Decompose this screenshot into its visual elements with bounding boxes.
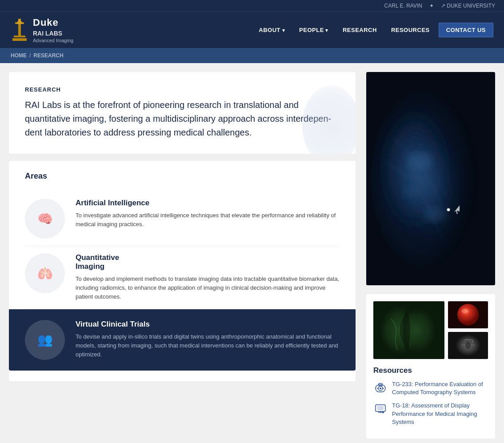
circle-decoration (302, 85, 356, 154)
svg-rect-33 (377, 406, 384, 410)
ai-icon-circle: 🧠 (25, 199, 65, 239)
advanced-imaging-name: Advanced Imaging (33, 37, 73, 44)
carl-ravin-link[interactable]: CARL E. RAVIN (384, 3, 422, 9)
breadcrumb-home[interactable]: HOME (11, 52, 27, 59)
lung-ct-image (373, 301, 444, 359)
resource-item-1[interactable]: TG-233: Performance Evaluation of Comput… (373, 380, 488, 396)
breadcrumb-current: RESEARCH (33, 52, 63, 59)
resource-item-2[interactable]: TG-18: Assessment of Display Performance… (373, 402, 488, 426)
rai-labs-name: RAI LABS (33, 29, 73, 37)
svg-point-19 (457, 304, 479, 325)
svg-point-20 (461, 309, 468, 313)
right-column: Resources TG-233: Performance Evaluation… (366, 72, 495, 439)
duke-logo-icon (11, 18, 28, 42)
breadcrumb-separator: / (29, 52, 31, 59)
svg-point-26 (380, 387, 381, 389)
research-description: RAI Labs is at the forefront of pioneeri… (25, 98, 340, 140)
research-section-label: RESEARCH (25, 86, 340, 93)
main-nav: ABOUT PEOPLE RESEARCH RESOURCES CONTACT … (253, 23, 493, 37)
vct-content: Virtual Clinical Trials To devise and ap… (76, 320, 340, 359)
nav-resources[interactable]: RESOURCES (386, 23, 435, 37)
breadcrumb-bar: HOME / RESEARCH (0, 48, 504, 63)
research-intro-card: RESEARCH RAI Labs is at the forefront of… (9, 72, 356, 154)
svg-point-11 (402, 185, 420, 199)
duke-university-link[interactable]: ↗ DUKE UNIVERSITY (441, 3, 495, 9)
duke-name: Duke (33, 16, 73, 29)
small-images-right (448, 301, 488, 359)
areas-title: Areas (25, 172, 340, 181)
area-item-qi: 🫁 QuantitativeImaging To develop and imp… (25, 246, 340, 309)
nav-research[interactable]: RESEARCH (337, 23, 382, 37)
svg-point-13 (447, 208, 450, 211)
nav-contact[interactable]: CONTACT US (439, 23, 493, 37)
people-icon: 👥 (37, 332, 53, 347)
display-icon (373, 402, 388, 416)
area-item-vct: 👥 Virtual Clinical Trials To devise and … (9, 309, 356, 371)
nav-about[interactable]: ABOUT (253, 23, 290, 37)
qi-name: QuantitativeImaging (76, 253, 340, 271)
header: Duke RAI LABS Advanced Imaging ABOUT PEO… (0, 12, 504, 48)
small-images-row (373, 301, 488, 359)
areas-card: Areas 🧠 Artificial Intelligence To inves… (9, 161, 356, 381)
qi-icon-circle: 🫁 (25, 253, 65, 293)
lungs-icon: 🫁 (37, 266, 53, 281)
svg-point-10 (424, 206, 446, 222)
qi-content: QuantitativeImaging To develop and imple… (76, 253, 340, 301)
svg-point-9 (406, 152, 433, 170)
vct-description: To devise and apply in-silico trials and… (76, 332, 340, 359)
svg-point-34 (382, 411, 384, 413)
svg-point-23 (465, 342, 471, 349)
top-bar-separator: ✦ (429, 3, 434, 9)
ai-content: Artificial Intelligence To investigate a… (76, 199, 340, 229)
svg-rect-2 (14, 36, 25, 37)
brain-mri-image (448, 332, 488, 359)
brain-icon: 🧠 (37, 212, 53, 226)
red-sphere-image (448, 301, 488, 328)
resources-title: Resources (373, 366, 488, 375)
mammogram-image (366, 72, 495, 285)
ai-name: Artificial Intelligence (76, 199, 340, 208)
vct-icon-circle: 👥 (25, 320, 65, 360)
resource-2-text[interactable]: TG-18: Assessment of Display Performance… (392, 402, 488, 426)
svg-marker-4 (16, 19, 23, 24)
breadcrumb: HOME / RESEARCH (11, 52, 493, 59)
resource-1-text[interactable]: TG-233: Performance Evaluation of Comput… (392, 380, 488, 396)
svg-rect-3 (12, 38, 27, 41)
logo-text: Duke RAI LABS Advanced Imaging (33, 16, 73, 44)
logo-area: Duke RAI LABS Advanced Imaging (11, 16, 73, 44)
svg-point-17 (403, 308, 410, 352)
vct-name: Virtual Clinical Trials (76, 320, 340, 329)
images-resources-card: Resources TG-233: Performance Evaluation… (366, 294, 495, 439)
area-item-ai: 🧠 Artificial Intelligence To investigate… (25, 192, 340, 246)
ai-description: To investigate advanced artificial intel… (76, 211, 340, 229)
ct-icon (373, 380, 388, 395)
left-column: RESEARCH RAI Labs is at the forefront of… (9, 72, 356, 439)
qi-description: To develop and implement methods to tran… (76, 275, 340, 301)
main-layout: RESEARCH RAI Labs is at the forefront of… (0, 63, 504, 443)
top-bar: CARL E. RAVIN ✦ ↗ DUKE UNIVERSITY (0, 0, 504, 12)
nav-people[interactable]: PEOPLE (294, 23, 334, 37)
